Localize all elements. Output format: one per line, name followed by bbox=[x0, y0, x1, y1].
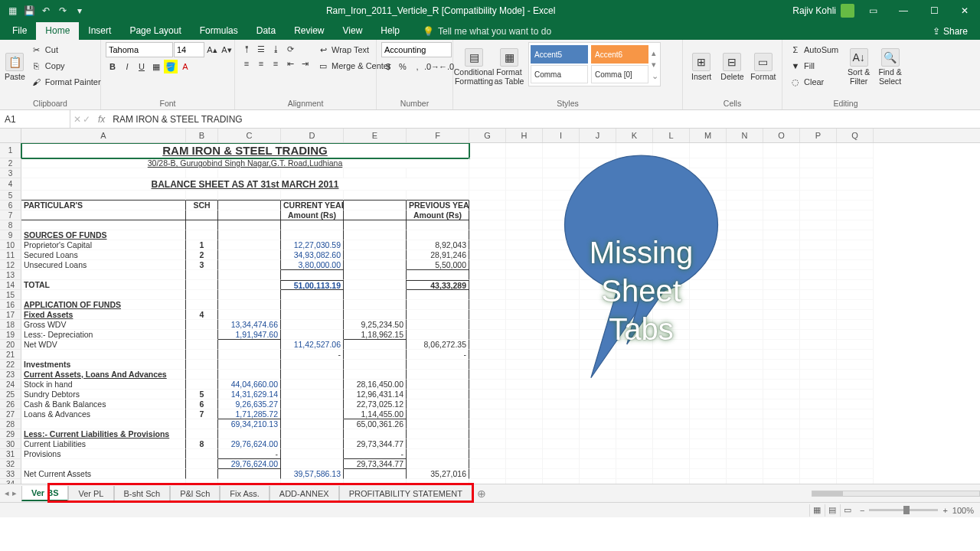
cell[interactable] bbox=[690, 469, 727, 479]
cell[interactable] bbox=[186, 350, 218, 360]
row-header[interactable]: 17 bbox=[0, 310, 21, 320]
cell[interactable] bbox=[469, 399, 506, 409]
cell[interactable] bbox=[690, 419, 727, 429]
cell[interactable] bbox=[727, 429, 763, 439]
cell[interactable] bbox=[800, 429, 837, 439]
cell[interactable] bbox=[653, 409, 690, 419]
sheet-nav-prev-icon[interactable]: ◂ bbox=[5, 488, 9, 498]
cell[interactable] bbox=[218, 310, 281, 320]
cell[interactable] bbox=[616, 409, 653, 419]
cell[interactable] bbox=[763, 360, 800, 370]
cell[interactable] bbox=[616, 429, 653, 439]
cell[interactable]: 28,16,450.00 bbox=[344, 380, 407, 390]
cell[interactable] bbox=[281, 439, 344, 449]
cell[interactable] bbox=[800, 178, 837, 191]
select-all-corner[interactable] bbox=[0, 129, 21, 142]
cell[interactable] bbox=[218, 191, 281, 201]
cell[interactable] bbox=[469, 300, 506, 310]
cell[interactable] bbox=[837, 390, 874, 399]
page-layout-view-icon[interactable]: ▤ bbox=[825, 504, 840, 517]
cell[interactable] bbox=[580, 409, 616, 419]
number-format-input[interactable] bbox=[381, 42, 452, 57]
cell[interactable] bbox=[344, 310, 407, 320]
cell[interactable] bbox=[653, 429, 690, 439]
cell[interactable]: Unsecured Loans bbox=[21, 260, 186, 270]
format-painter-button[interactable]: 🖌Format Painter bbox=[28, 74, 104, 90]
cell[interactable] bbox=[186, 230, 218, 240]
cell[interactable]: Less:- Depreciation bbox=[21, 330, 186, 340]
sheet-tab[interactable]: Ver BS bbox=[21, 486, 68, 501]
cell[interactable] bbox=[800, 201, 837, 210]
cell[interactable] bbox=[186, 210, 218, 220]
cell[interactable] bbox=[407, 191, 469, 201]
gallery-down-icon[interactable]: ▾ bbox=[652, 60, 658, 70]
sheet-tab[interactable]: ADD-ANNEX bbox=[270, 486, 339, 501]
cell[interactable] bbox=[616, 439, 653, 449]
cell[interactable] bbox=[506, 429, 543, 439]
cell[interactable] bbox=[281, 290, 344, 300]
cell[interactable] bbox=[407, 270, 469, 280]
cell[interactable] bbox=[218, 290, 281, 300]
cell[interactable]: Amount (Rs) bbox=[281, 210, 344, 220]
percent-icon[interactable]: % bbox=[396, 60, 410, 73]
col-header[interactable]: B bbox=[186, 129, 218, 142]
cell[interactable] bbox=[837, 419, 874, 429]
copy-button[interactable]: ⎘Copy bbox=[28, 58, 104, 73]
view-buttons[interactable]: ▦▤▭ bbox=[809, 504, 855, 517]
tab-data[interactable]: Data bbox=[247, 22, 285, 40]
cell[interactable] bbox=[407, 449, 469, 459]
cell[interactable] bbox=[344, 350, 407, 360]
cell[interactable] bbox=[407, 360, 469, 370]
cell[interactable]: 3 bbox=[186, 260, 218, 270]
cell[interactable] bbox=[763, 340, 800, 350]
cell[interactable] bbox=[21, 168, 186, 178]
cell[interactable] bbox=[763, 380, 800, 390]
cell[interactable] bbox=[506, 439, 543, 449]
cell[interactable] bbox=[344, 280, 407, 290]
col-header[interactable]: J bbox=[580, 129, 616, 142]
cell[interactable] bbox=[186, 449, 218, 459]
cell[interactable] bbox=[186, 320, 218, 330]
cell[interactable]: 1,14,455.00 bbox=[344, 409, 407, 419]
share-button[interactable]: ⇪Share bbox=[923, 23, 977, 40]
cell[interactable] bbox=[218, 370, 281, 380]
clear-button[interactable]: ◌Clear bbox=[787, 74, 841, 90]
cell[interactable] bbox=[407, 419, 469, 429]
cell[interactable] bbox=[407, 220, 469, 230]
cell[interactable] bbox=[543, 439, 580, 449]
cell[interactable]: 4 bbox=[186, 310, 218, 320]
align-right-icon[interactable]: ≡ bbox=[269, 57, 283, 70]
cell[interactable] bbox=[763, 370, 800, 380]
cell[interactable] bbox=[469, 220, 506, 230]
cell[interactable] bbox=[800, 220, 837, 230]
cell[interactable] bbox=[763, 191, 800, 201]
cell[interactable]: 51,00,113.19 bbox=[281, 280, 344, 290]
cell[interactable] bbox=[837, 201, 874, 210]
cell[interactable] bbox=[653, 469, 690, 479]
cell[interactable]: APPLICATION OF FUNDS bbox=[21, 300, 186, 310]
cell[interactable]: 2 bbox=[186, 250, 218, 260]
cell[interactable] bbox=[763, 320, 800, 330]
cell[interactable] bbox=[800, 469, 837, 479]
cell[interactable] bbox=[837, 340, 874, 350]
cell[interactable] bbox=[281, 220, 344, 230]
delete-cells-button[interactable]: ⊟Delete bbox=[718, 42, 746, 93]
cell[interactable] bbox=[616, 449, 653, 459]
cell[interactable] bbox=[186, 429, 218, 439]
cell[interactable] bbox=[407, 399, 469, 409]
cell[interactable] bbox=[407, 290, 469, 300]
cell[interactable] bbox=[763, 310, 800, 320]
formula-input[interactable]: RAM IRON & STEEL TRADING bbox=[109, 114, 980, 125]
cell[interactable] bbox=[469, 469, 506, 479]
row-header[interactable]: 7 bbox=[0, 210, 21, 220]
cell[interactable] bbox=[407, 429, 469, 439]
cell[interactable]: - bbox=[218, 449, 281, 459]
cell[interactable] bbox=[543, 459, 580, 469]
undo-icon[interactable]: ↶ bbox=[40, 5, 52, 17]
cell[interactable] bbox=[690, 390, 727, 399]
cell[interactable] bbox=[800, 290, 837, 300]
cell[interactable] bbox=[344, 360, 407, 370]
cell[interactable]: 29,73,344.77 bbox=[344, 459, 407, 469]
cell[interactable] bbox=[763, 158, 800, 168]
cell[interactable] bbox=[800, 210, 837, 220]
